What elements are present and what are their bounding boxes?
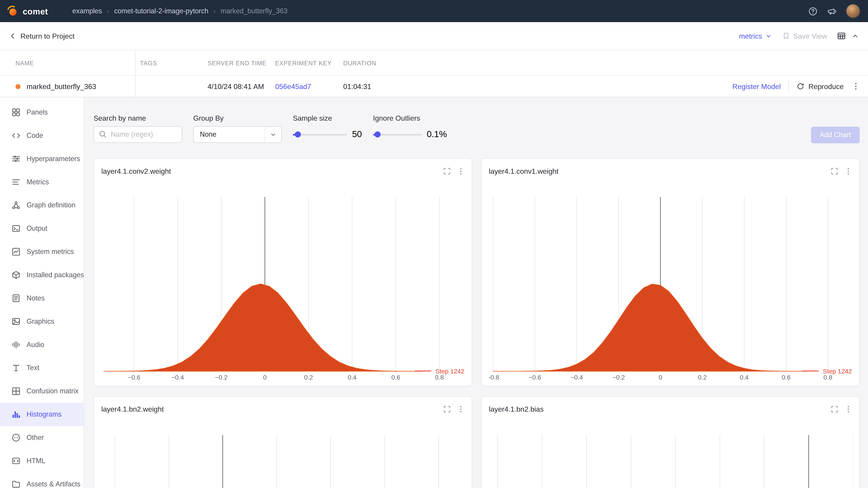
sidebar-item-label: Histograms — [27, 411, 62, 418]
avatar[interactable] — [846, 4, 860, 18]
sidebar-item-label: Graph definition — [27, 201, 75, 209]
comet-logo[interactable]: comet — [6, 5, 48, 17]
charts-grid: layer4.1.conv2.weight−0.6−0.4−0.200.20.4… — [94, 158, 860, 488]
hyperparameters-icon — [11, 154, 20, 163]
chart-menu-icon[interactable] — [457, 404, 465, 413]
svg-text:0.4: 0.4 — [348, 374, 356, 381]
comet-logo-icon — [6, 5, 19, 17]
reproduce-button[interactable]: Reproduce — [797, 82, 844, 91]
duration: 01:04:31 — [343, 82, 733, 91]
expand-icon[interactable] — [443, 167, 451, 175]
group-by-select[interactable]: None — [193, 126, 282, 142]
svg-text:−0.8: −0.8 — [489, 374, 499, 381]
register-model-button[interactable]: Register Model — [733, 82, 781, 91]
svg-text:−0.6: −0.6 — [528, 374, 541, 381]
help-icon[interactable] — [808, 6, 818, 16]
histogram-plot: −0.8−0.6−0.4−0.200.20.40.60.8Step 1242 — [489, 183, 853, 381]
view-toolbar-right: metrics Save View — [739, 32, 859, 40]
chevron-left-icon — [9, 32, 17, 40]
svg-text:0.4: 0.4 — [740, 374, 749, 381]
sidebar-item-other[interactable]: Other — [0, 426, 84, 449]
breadcrumb-item[interactable]: examples — [72, 7, 102, 15]
sidebar-item-html[interactable]: HTML — [0, 449, 84, 473]
sidebar-item-audio[interactable]: Audio — [0, 333, 84, 356]
search-label: Search by name — [94, 114, 182, 122]
sidebar-item-histograms[interactable]: Histograms — [0, 403, 84, 426]
search-icon — [98, 130, 107, 138]
layout-icons — [837, 32, 859, 40]
sample-size-label: Sample size — [293, 114, 362, 122]
table-view-icon[interactable] — [837, 32, 846, 40]
expand-icon[interactable] — [443, 404, 451, 413]
view-dropdown[interactable]: metrics — [739, 32, 772, 40]
sidebar-item-installed-packages[interactable]: Installed packages — [0, 263, 84, 287]
other-icon — [11, 433, 20, 442]
chart-menu-icon[interactable] — [457, 167, 465, 175]
sidebar-item-metrics[interactable]: Metrics — [0, 170, 84, 194]
sidebar-item-label: Code — [27, 132, 43, 139]
sidebar-item-code[interactable]: Code — [0, 124, 84, 147]
bookmark-icon — [782, 32, 790, 40]
reproduce-icon — [797, 83, 804, 90]
sidebar-item-notes[interactable]: Notes — [0, 287, 84, 310]
confusion-matrix-icon — [11, 387, 20, 396]
chevron-down-icon — [765, 32, 772, 39]
chart-menu-icon[interactable] — [844, 404, 852, 413]
sidebar: PanelsCodeHyperparametersMetricsGraph de… — [0, 97, 84, 488]
ignore-outliers-label: Ignore Outliers — [373, 114, 447, 122]
sidebar-item-assets-artifacts[interactable]: Assets & Artifacts — [0, 473, 84, 488]
sidebar-item-output[interactable]: Output — [0, 217, 84, 240]
sidebar-item-label: Other — [27, 434, 44, 442]
experiment-color-dot — [16, 84, 21, 89]
return-to-project-label: Return to Project — [21, 32, 74, 40]
html-icon — [11, 456, 20, 465]
experiment-key-link[interactable]: 056e45ad7 — [275, 82, 311, 91]
column-header-experiment-key: EXPERIMENT KEY — [275, 59, 343, 66]
sidebar-item-graph-definition[interactable]: Graph definition — [0, 194, 84, 217]
divider — [788, 80, 789, 92]
add-chart-button[interactable]: Add Chart — [811, 127, 860, 143]
slider-thumb[interactable] — [374, 131, 380, 138]
group-by-label: Group By — [193, 114, 282, 122]
svg-text:0.2: 0.2 — [698, 374, 707, 381]
histogram-plot: −0.35−0.3−0.25−0.2−0.15−0.1−0.0500.05 — [489, 421, 853, 488]
sidebar-item-graphics[interactable]: Graphics — [0, 310, 84, 333]
sample-size-group: Sample size 50 — [293, 114, 362, 142]
system-metrics-icon — [11, 248, 20, 256]
breadcrumb-item[interactable]: comet-tutorial-2-image-pytorch — [114, 7, 209, 15]
metrics-icon — [11, 177, 20, 186]
announcements-icon[interactable] — [827, 6, 837, 16]
sidebar-item-text[interactable]: Text — [0, 356, 84, 380]
expand-icon[interactable] — [830, 404, 839, 413]
svg-text:0: 0 — [659, 374, 662, 381]
histogram-card: layer4.1.conv2.weight−0.6−0.4−0.200.20.4… — [94, 158, 472, 386]
ignore-outliers-slider[interactable] — [373, 133, 422, 135]
sidebar-item-label: Installed packages — [27, 271, 84, 279]
sidebar-item-panels[interactable]: Panels — [0, 101, 84, 124]
breadcrumb-item: marked_butterfly_363 — [221, 7, 287, 15]
column-header-server-end-time: SERVER END TIME — [208, 59, 275, 66]
save-view-button[interactable]: Save View — [782, 32, 827, 40]
sample-size-slider[interactable] — [293, 133, 347, 135]
experiment-row: marked_butterfly_363 4/10/24 08:41 AM 05… — [0, 76, 868, 98]
sidebar-item-system-metrics[interactable]: System metrics — [0, 240, 84, 263]
row-menu-icon[interactable] — [851, 82, 860, 91]
expand-icon[interactable] — [830, 167, 839, 175]
return-to-project-button[interactable]: Return to Project — [9, 32, 74, 40]
sidebar-item-confusion-matrix[interactable]: Confusion matrix — [0, 380, 84, 403]
chart-menu-icon[interactable] — [844, 167, 852, 175]
chart-title: layer4.1.bn2.bias — [489, 404, 544, 413]
chart-title: layer4.1.bn2.weight — [101, 404, 164, 413]
experiment-name[interactable]: marked_butterfly_363 — [27, 82, 96, 91]
column-header-duration: DURATION — [343, 59, 868, 66]
ignore-outliers-group: Ignore Outliers 0.1% — [373, 114, 447, 142]
search-group: Search by name — [94, 114, 182, 142]
svg-text:0.2: 0.2 — [304, 374, 313, 381]
slider-thumb[interactable] — [295, 131, 301, 138]
svg-text:−0.4: −0.4 — [570, 374, 583, 381]
assets-icon — [11, 480, 20, 488]
sidebar-item-hyperparameters[interactable]: Hyperparameters — [0, 147, 84, 170]
collapse-chevron-up-icon[interactable] — [851, 32, 859, 40]
graphics-icon — [11, 317, 20, 326]
sidebar-item-label: Metrics — [27, 178, 49, 186]
